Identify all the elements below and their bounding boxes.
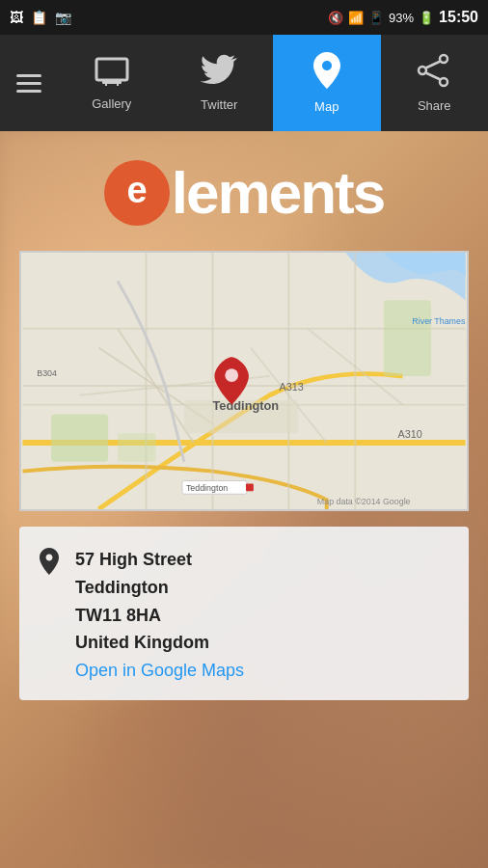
svg-text:B304: B304 (37, 368, 57, 378)
logo-e-svg: e (112, 168, 162, 218)
photo-icon: 📷 (55, 10, 71, 25)
logo: e lements (104, 160, 384, 226)
share-icon (417, 53, 451, 93)
status-right-icons: 🔇 📶 📱 93% 🔋 15:50 (328, 9, 478, 26)
svg-rect-1 (102, 80, 122, 84)
address-line-1: 57 High Street (75, 546, 244, 574)
map-container[interactable]: A313 Teddington A310 River Thames B304 T… (19, 251, 469, 511)
logo-circle: e (104, 160, 170, 226)
svg-text:A313: A313 (279, 381, 303, 393)
gallery-icon (95, 55, 129, 91)
map-label: Map (314, 99, 339, 114)
address-line-4: United Kingdom (75, 629, 244, 657)
svg-text:A310: A310 (398, 428, 422, 440)
nav-item-share[interactable]: Share (381, 35, 489, 131)
signal-icon: 📱 (368, 11, 384, 25)
gallery-label: Gallery (92, 96, 131, 111)
status-bar: 🖼 📋 📷 🔇 📶 📱 93% 🔋 15:50 (0, 0, 488, 35)
screenshot-icon: 🖼 (10, 10, 23, 25)
svg-line-7 (426, 62, 441, 68)
status-left-icons: 🖼 📋 📷 (10, 10, 71, 25)
nav-bar: Gallery Twitter Map Sha (0, 35, 488, 131)
mute-icon: 🔇 (328, 11, 343, 25)
logo-container: e lements (19, 150, 469, 235)
svg-text:River Thames: River Thames (412, 316, 466, 326)
svg-point-37 (225, 368, 238, 382)
map-pin-icon (312, 52, 341, 94)
address-card: 57 High Street Teddington TW11 8HA Unite… (19, 527, 469, 700)
svg-rect-28 (118, 433, 155, 462)
hamburger-icon (9, 67, 49, 100)
twitter-icon (201, 54, 237, 92)
svg-rect-36 (246, 483, 254, 491)
map-data-text: Map data ©2014 Google (317, 497, 411, 506)
nav-item-gallery[interactable]: Gallery (58, 35, 166, 131)
svg-rect-27 (384, 300, 431, 376)
share-label: Share (418, 98, 451, 113)
nav-item-map[interactable]: Map (273, 35, 381, 131)
main-content: e lements (0, 131, 488, 868)
svg-point-4 (440, 55, 447, 63)
map-svg: A313 Teddington A310 River Thames B304 T… (21, 253, 467, 509)
address-pin-icon (39, 548, 60, 582)
battery-icon: 🔋 (419, 11, 434, 25)
nav-item-menu[interactable] (0, 35, 58, 131)
battery-percent: 93% (389, 11, 414, 25)
logo-text-rest: lements (172, 163, 384, 223)
svg-point-6 (440, 78, 447, 86)
nav-item-twitter[interactable]: Twitter (166, 35, 274, 131)
svg-text:e: e (126, 170, 147, 210)
svg-text:Teddington: Teddington (186, 483, 228, 493)
content-overlay: e lements (0, 131, 488, 700)
svg-rect-0 (96, 59, 127, 80)
address-line-2: Teddington (75, 574, 244, 602)
wifi-icon: 📶 (348, 11, 364, 25)
svg-text:Teddington: Teddington (212, 398, 279, 413)
status-time: 15:50 (439, 9, 478, 26)
svg-rect-26 (51, 414, 108, 461)
svg-line-8 (426, 73, 441, 80)
address-text: 57 High Street Teddington TW11 8HA Unite… (75, 546, 244, 681)
open-maps-link[interactable]: Open in Google Maps (75, 661, 244, 681)
twitter-label: Twitter (201, 97, 237, 112)
svg-point-5 (419, 67, 426, 74)
address-line-3: TW11 8HA (75, 602, 244, 630)
task-icon: 📋 (31, 10, 47, 25)
